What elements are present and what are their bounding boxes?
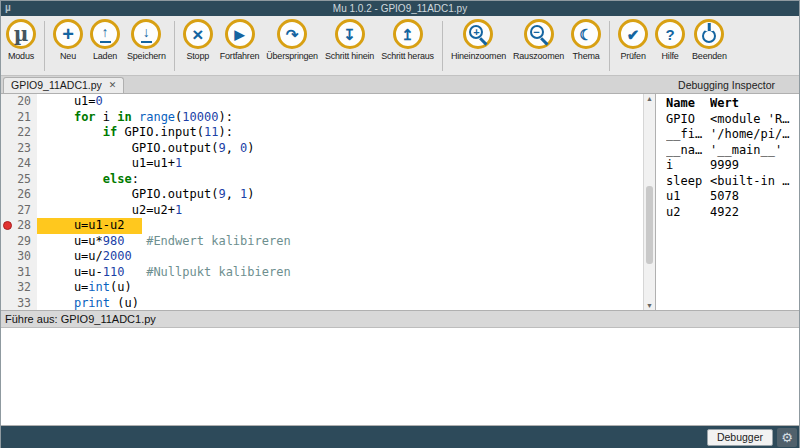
- code-editor[interactable]: 20 u1=021 for i in range(10000):22 if GP…: [1, 94, 655, 310]
- code-text[interactable]: u2=u2+1: [37, 203, 182, 219]
- toolbar-button-zoom-in[interactable]: +Hineinzoomen: [448, 19, 509, 61]
- inspector-row[interactable]: __fi…'/home/pi/…: [666, 127, 799, 143]
- line-number[interactable]: 20: [1, 94, 37, 110]
- toolbar-button-help[interactable]: ?Hilfe: [652, 19, 688, 61]
- inspector-header-wert[interactable]: Wert: [710, 96, 799, 112]
- inspector-variable-value: <built-in …: [710, 174, 799, 190]
- code-line[interactable]: 23 GPIO.output(9, 0): [1, 141, 643, 157]
- inspector-row[interactable]: u24922: [666, 205, 799, 221]
- toolbar-button-check[interactable]: ✔Prüfen: [615, 19, 651, 61]
- code-text[interactable]: u=u/2000: [37, 249, 132, 265]
- editor-vertical-scrollbar[interactable]: ▲ ▼: [643, 94, 655, 310]
- code-text[interactable]: for i in range(10000):: [37, 110, 233, 126]
- toolbar-button-continue[interactable]: ▶Fortfahren: [217, 19, 263, 61]
- line-number[interactable]: 29: [1, 234, 37, 250]
- toolbar-button-step-out[interactable]: ↥Schritt heraus: [378, 19, 437, 61]
- step-out-icon: ↥: [393, 19, 423, 49]
- code-lines[interactable]: 20 u1=021 for i in range(10000):22 if GP…: [1, 94, 643, 310]
- code-text[interactable]: u1=0: [37, 94, 103, 110]
- code-line[interactable]: 24 u1=u1+1: [1, 156, 643, 172]
- scroll-down-icon[interactable]: ▼: [646, 301, 653, 310]
- toolbar-button-label: Laden: [93, 51, 117, 61]
- toolbar-button-zoom-out[interactable]: −Rauszoomen: [510, 19, 567, 61]
- line-number[interactable]: 21: [1, 110, 37, 126]
- code-line[interactable]: 25 else:: [1, 172, 643, 188]
- code-line[interactable]: 33 print (u): [1, 296, 643, 311]
- code-line[interactable]: 29 u=u*980 #Endwert kalibireren: [1, 234, 643, 250]
- help-icon: ?: [655, 19, 685, 49]
- code-line[interactable]: 28 u=u1-u2: [1, 218, 643, 234]
- toolbar-button-save[interactable]: ↓Speichern: [124, 19, 169, 61]
- toolbar-button-label: Beenden: [692, 51, 727, 61]
- line-number[interactable]: 31: [1, 265, 37, 281]
- code-text[interactable]: print (u): [37, 296, 139, 311]
- code-line[interactable]: 21 for i in range(10000):: [1, 110, 643, 126]
- code-text[interactable]: u=u1-u2: [37, 218, 142, 234]
- inspector-row[interactable]: sleep<built-in …: [666, 174, 799, 190]
- code-text[interactable]: GPIO.output(9, 0): [37, 141, 255, 157]
- line-number[interactable]: 26: [1, 187, 37, 203]
- main-area: 20 u1=021 for i in range(10000):22 if GP…: [1, 94, 799, 311]
- inspector-row[interactable]: __na…'__main__': [666, 143, 799, 159]
- inspector-row[interactable]: u15078: [666, 189, 799, 205]
- code-line[interactable]: 26 GPIO.output(9, 1): [1, 187, 643, 203]
- code-line[interactable]: 31 u=u-110 #Nullpukt kalibieren: [1, 265, 643, 281]
- code-line[interactable]: 27 u2=u2+1: [1, 203, 643, 219]
- debugger-button[interactable]: Debugger: [707, 429, 773, 446]
- inspector-variable-value: '/home/pi/…: [710, 127, 799, 143]
- line-number[interactable]: 24: [1, 156, 37, 172]
- toolbar-button-step-over[interactable]: ↷Überspringen: [263, 19, 321, 61]
- toolbar-button-mode[interactable]: µModus: [3, 19, 39, 61]
- line-number[interactable]: 23: [1, 141, 37, 157]
- inspector-variable-name: __na…: [666, 143, 710, 159]
- line-number[interactable]: 33: [1, 296, 37, 311]
- line-number[interactable]: 32: [1, 280, 37, 296]
- inspector-row[interactable]: GPIO<module 'R…: [666, 112, 799, 128]
- code-line[interactable]: 32 u=int(u): [1, 280, 643, 296]
- debug-output-console[interactable]: [1, 328, 799, 426]
- toolbar-button-quit[interactable]: Beenden: [689, 19, 730, 61]
- code-text[interactable]: u=u-110 #Nullpukt kalibieren: [37, 265, 291, 281]
- tab-label: GPIO9_11ADC1.py: [11, 79, 102, 91]
- code-text[interactable]: u=u*980 #Endwert kalibireren: [37, 234, 291, 250]
- line-number[interactable]: 28: [1, 218, 37, 234]
- code-text[interactable]: if GPIO.input(11):: [37, 125, 233, 141]
- window-title: Mu 1.0.2 - GPIO9_11ADC1.py: [333, 3, 467, 14]
- inspector-header-name[interactable]: Name: [666, 96, 710, 112]
- line-number[interactable]: 22: [1, 125, 37, 141]
- code-line[interactable]: 22 if GPIO.input(11):: [1, 125, 643, 141]
- toolbar-button-new[interactable]: +Neu: [50, 19, 86, 61]
- inspector-row[interactable]: i9999: [666, 158, 799, 174]
- code-text[interactable]: u=int(u): [37, 280, 132, 296]
- stop-icon: ×: [183, 19, 213, 49]
- toolbar-button-step-in[interactable]: ↧Schritt hinein: [322, 19, 377, 61]
- line-number[interactable]: 27: [1, 203, 37, 219]
- tab-bar: GPIO9_11ADC1.py ✕ Debugging Inspector: [1, 76, 799, 94]
- inspector-variable-name: u2: [666, 205, 710, 221]
- inspector-variable-value: 5078: [710, 189, 799, 205]
- code-line[interactable]: 20 u1=0: [1, 94, 643, 110]
- scrollbar-thumb[interactable]: [646, 186, 653, 264]
- line-number[interactable]: 25: [1, 172, 37, 188]
- toolbar-button-label: Neu: [60, 51, 76, 61]
- line-number-text: 30: [17, 249, 31, 263]
- toolbar-button-load[interactable]: ↑Laden: [87, 19, 123, 61]
- code-text[interactable]: else:: [37, 172, 139, 188]
- code-text[interactable]: GPIO.output(9, 1): [37, 187, 255, 203]
- tab-gpio9-11adc1[interactable]: GPIO9_11ADC1.py ✕: [3, 77, 124, 93]
- toolbar-button-theme[interactable]: ☾Thema: [568, 19, 604, 61]
- line-number[interactable]: 30: [1, 249, 37, 265]
- toolbar-button-label: Stopp: [186, 51, 209, 61]
- tab-close-icon[interactable]: ✕: [109, 80, 117, 90]
- code-text[interactable]: u1=u1+1: [37, 156, 182, 172]
- line-number-text: 23: [17, 141, 31, 155]
- gear-icon[interactable]: ⚙: [777, 428, 797, 447]
- code-line[interactable]: 30 u=u/2000: [1, 249, 643, 265]
- bottom-status-bar: Debugger ⚙: [1, 426, 799, 448]
- scroll-up-icon[interactable]: ▲: [646, 94, 653, 103]
- toolbar-button-stop[interactable]: ×Stopp: [180, 19, 216, 61]
- line-number-text: 26: [17, 187, 31, 201]
- new-icon: +: [53, 19, 83, 49]
- breakpoint-icon[interactable]: [3, 221, 12, 230]
- line-number-text: 25: [17, 172, 31, 186]
